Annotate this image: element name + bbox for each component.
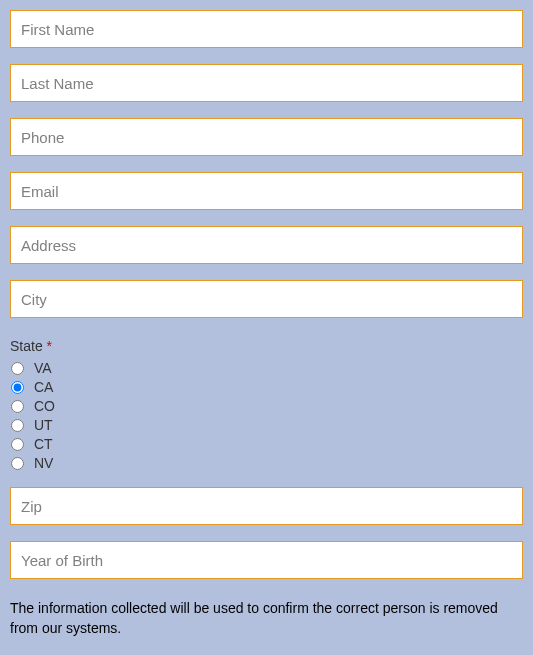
state-option-label: CA bbox=[34, 379, 53, 395]
state-radio-ut[interactable] bbox=[11, 419, 24, 432]
state-option-label: CT bbox=[34, 436, 53, 452]
state-option-va[interactable]: VA bbox=[10, 360, 523, 376]
phone-field[interactable] bbox=[10, 118, 523, 156]
state-label-text: State bbox=[10, 338, 43, 354]
state-radio-va[interactable] bbox=[11, 362, 24, 375]
state-radio-co[interactable] bbox=[11, 400, 24, 413]
state-option-ct[interactable]: CT bbox=[10, 436, 523, 452]
zip-field[interactable] bbox=[10, 487, 523, 525]
last-name-field[interactable] bbox=[10, 64, 523, 102]
state-option-co[interactable]: CO bbox=[10, 398, 523, 414]
state-option-label: CO bbox=[34, 398, 55, 414]
form-container: State * VA CA CO UT CT NV The i bbox=[10, 10, 523, 638]
email-field[interactable] bbox=[10, 172, 523, 210]
state-radio-ct[interactable] bbox=[11, 438, 24, 451]
state-label: State * bbox=[10, 338, 523, 354]
state-option-label: NV bbox=[34, 455, 53, 471]
state-option-label: UT bbox=[34, 417, 53, 433]
state-radio-group: State * VA CA CO UT CT NV bbox=[10, 338, 523, 471]
state-option-ut[interactable]: UT bbox=[10, 417, 523, 433]
disclaimer-text: The information collected will be used t… bbox=[10, 599, 523, 638]
year-of-birth-field[interactable] bbox=[10, 541, 523, 579]
state-option-label: VA bbox=[34, 360, 52, 376]
city-field[interactable] bbox=[10, 280, 523, 318]
required-indicator: * bbox=[47, 338, 52, 354]
address-field[interactable] bbox=[10, 226, 523, 264]
state-radio-nv[interactable] bbox=[11, 457, 24, 470]
state-radio-ca[interactable] bbox=[11, 381, 24, 394]
state-option-nv[interactable]: NV bbox=[10, 455, 523, 471]
first-name-field[interactable] bbox=[10, 10, 523, 48]
state-option-ca[interactable]: CA bbox=[10, 379, 523, 395]
